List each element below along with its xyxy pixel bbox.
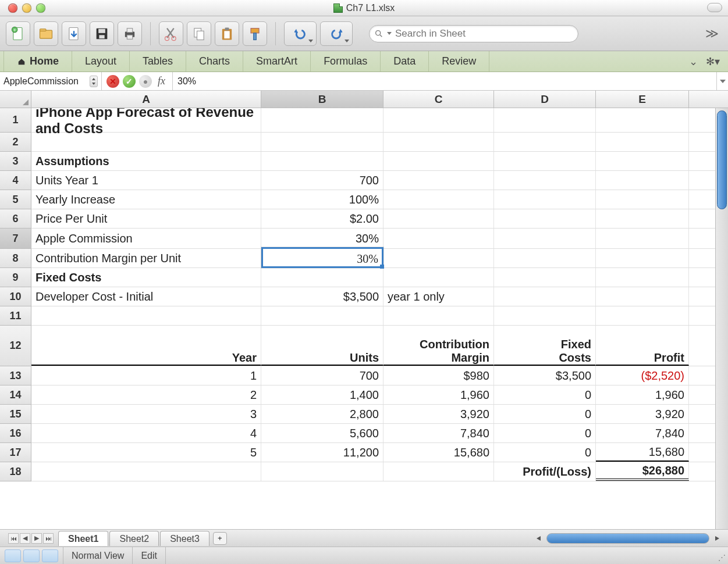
- row-header[interactable]: 11: [0, 306, 31, 326]
- toolbar-overflow-button[interactable]: ≫: [702, 26, 722, 41]
- row-header[interactable]: 15: [0, 405, 31, 424]
- column-header-E[interactable]: E: [596, 91, 689, 108]
- cut-button[interactable]: [159, 22, 183, 46]
- svg-rect-17: [224, 31, 229, 38]
- resize-grip-icon[interactable]: ⋰: [718, 553, 726, 562]
- view-page-layout-button[interactable]: [23, 549, 40, 562]
- save-button[interactable]: [90, 22, 114, 46]
- row-1: 1 iPhone App Forecast of Revenue and Cos…: [0, 108, 728, 133]
- active-cell[interactable]: 30%: [261, 229, 383, 248]
- row-header[interactable]: 14: [0, 385, 31, 405]
- toolbar-pill-button[interactable]: [707, 3, 722, 12]
- view-normal-button[interactable]: [5, 549, 21, 562]
- confirm-formula-button[interactable]: ✓: [123, 75, 136, 88]
- row-7: 7 Apple Commission 30%: [0, 229, 728, 249]
- sheet-nav-last[interactable]: ⏭: [43, 533, 54, 544]
- tab-layout[interactable]: Layout: [72, 51, 130, 72]
- row-header[interactable]: 6: [0, 209, 31, 229]
- svg-rect-15: [197, 31, 204, 40]
- name-box-stepper[interactable]: [90, 76, 98, 87]
- svg-rect-20: [254, 33, 257, 40]
- fill-handle[interactable]: [380, 265, 384, 269]
- svg-rect-8: [99, 35, 104, 38]
- sheet-tab-3[interactable]: Sheet3: [160, 531, 209, 546]
- horizontal-scrollbar[interactable]: [546, 533, 709, 544]
- row-header[interactable]: 9: [0, 268, 31, 287]
- svg-rect-7: [98, 28, 105, 33]
- svg-rect-4: [40, 28, 47, 31]
- sheet-nav-first[interactable]: ⏮: [8, 533, 19, 544]
- copy-button[interactable]: [187, 22, 211, 46]
- name-box[interactable]: AppleCommission: [0, 72, 102, 90]
- tab-review[interactable]: Review: [429, 51, 489, 72]
- tab-formulas[interactable]: Formulas: [311, 51, 381, 72]
- grid-body[interactable]: 1 iPhone App Forecast of Revenue and Cos…: [0, 108, 728, 529]
- view-page-break-button[interactable]: [42, 549, 58, 562]
- formula-bar-expand-button[interactable]: [716, 72, 728, 90]
- cell[interactable]: iPhone App Forecast of Revenue and Costs: [31, 108, 261, 132]
- row-15: 15 3 2,800 3,920 0 3,920: [0, 405, 728, 424]
- sheet-nav-prev[interactable]: ◀: [20, 533, 30, 544]
- row-header[interactable]: 8: [0, 249, 31, 268]
- column-header-B[interactable]: B: [261, 91, 383, 108]
- row-header[interactable]: 1: [0, 108, 31, 133]
- vertical-scrollbar[interactable]: [715, 108, 728, 529]
- tab-charts[interactable]: Charts: [186, 51, 243, 72]
- svg-point-21: [376, 30, 381, 35]
- row-header[interactable]: 18: [0, 462, 31, 481]
- import-button[interactable]: [62, 22, 86, 46]
- row-header[interactable]: 3: [0, 152, 31, 171]
- open-document-button[interactable]: [34, 22, 58, 46]
- tab-tables[interactable]: Tables: [130, 51, 186, 72]
- cancel-formula-button[interactable]: ✕: [106, 75, 119, 88]
- ribbon: Home Layout Tables Charts SmartArt Formu…: [0, 51, 728, 72]
- row-header[interactable]: 17: [0, 443, 31, 462]
- spreadsheet: A B C D E 1 iPhone App Forecast of Reven…: [0, 91, 728, 529]
- sheet-tab-1[interactable]: Sheet1: [58, 531, 108, 546]
- row-4: 4 Units Year 1 700: [0, 171, 728, 190]
- search-input[interactable]: [395, 28, 573, 40]
- svg-text:+: +: [13, 27, 16, 33]
- column-header-A[interactable]: A: [31, 91, 261, 108]
- row-header[interactable]: 7: [0, 229, 31, 249]
- file-icon: [333, 3, 343, 13]
- ribbon-settings-button[interactable]: ✻▾: [706, 55, 720, 68]
- formula-input[interactable]: 30%: [173, 76, 716, 87]
- tab-smartart[interactable]: SmartArt: [243, 51, 311, 72]
- sheet-nav-next[interactable]: ▶: [31, 533, 42, 544]
- row-header[interactable]: 10: [0, 287, 31, 306]
- redo-button[interactable]: [320, 22, 353, 46]
- row-header[interactable]: 12: [0, 326, 31, 366]
- selection-outline: 30%: [261, 247, 383, 268]
- row-header[interactable]: 4: [0, 171, 31, 190]
- status-bar: Normal View Edit: [0, 547, 728, 564]
- column-headers: A B C D E: [0, 91, 728, 108]
- add-sheet-button[interactable]: +: [213, 532, 227, 545]
- paste-button[interactable]: [215, 22, 239, 46]
- search-box[interactable]: [369, 25, 578, 42]
- sheet-tab-bar: ⏮ ◀ ▶ ⏭ Sheet1 Sheet2 Sheet3 + ⋰: [0, 529, 728, 547]
- formula-builder-button[interactable]: ●: [139, 75, 152, 88]
- undo-button[interactable]: [284, 22, 317, 46]
- column-header-D[interactable]: D: [494, 91, 596, 108]
- column-header-C[interactable]: C: [383, 91, 494, 108]
- row-10: 10 Developer Cost - Initial $3,500 year …: [0, 287, 728, 306]
- format-painter-button[interactable]: [243, 22, 267, 46]
- new-document-button[interactable]: +: [6, 22, 30, 46]
- row-header[interactable]: 5: [0, 190, 31, 209]
- status-view-label: Normal View: [63, 547, 133, 564]
- main-toolbar: + ≫: [0, 16, 728, 51]
- vertical-scroll-thumb[interactable]: [717, 110, 727, 209]
- select-all-corner[interactable]: [0, 91, 31, 108]
- print-button[interactable]: [118, 22, 142, 46]
- home-icon: [17, 58, 26, 66]
- row-header[interactable]: 16: [0, 424, 31, 443]
- row-header[interactable]: 13: [0, 366, 31, 385]
- tab-data[interactable]: Data: [381, 51, 429, 72]
- sheet-tab-2[interactable]: Sheet2: [109, 531, 159, 546]
- row-18: 18 Profit/(Loss) $26,880: [0, 462, 728, 481]
- search-dropdown-icon[interactable]: [387, 32, 392, 35]
- ribbon-expand-button[interactable]: ⌄: [689, 55, 698, 68]
- row-header[interactable]: 2: [0, 133, 31, 152]
- tab-home[interactable]: Home: [3, 51, 72, 72]
